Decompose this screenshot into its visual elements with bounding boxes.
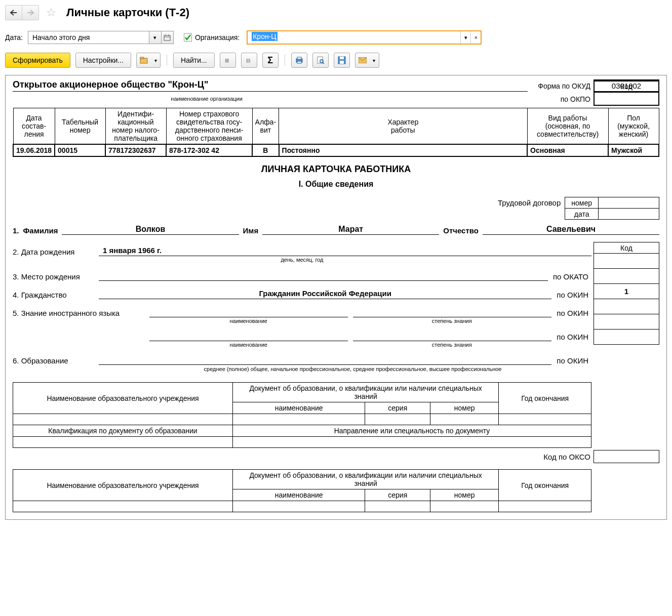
calendar-button[interactable] (162, 31, 174, 44)
arrow-left-icon (10, 10, 18, 16)
date-label: Дата: (5, 33, 23, 42)
date-dropdown-button[interactable]: ▾ (149, 31, 162, 44)
sum-button[interactable]: Σ (262, 53, 279, 68)
arrow-right-icon (26, 10, 34, 16)
preview-button[interactable] (312, 53, 329, 68)
education-table-1: Наименование образовательного учреждения… (13, 382, 591, 448)
svg-rect-9 (297, 57, 301, 59)
okso-label: Код по ОКСО (543, 453, 590, 461)
okpo-label: по ОКПО (561, 95, 590, 103)
svg-rect-0 (164, 35, 170, 40)
okpo-value (594, 93, 659, 106)
svg-line-13 (323, 62, 324, 64)
employee-header-table: Датасостав-ления Табельныйномер Идентифи… (13, 108, 659, 157)
col-sex: Пол(мужской,женский) (608, 108, 659, 145)
forward-button[interactable] (22, 5, 39, 20)
col-snils: Номер страховогосвидетельства госу-дарст… (166, 108, 252, 145)
svg-rect-10 (297, 61, 301, 63)
expand-icon: ⊞ (224, 56, 232, 64)
svg-rect-15 (340, 57, 344, 59)
print-button[interactable] (291, 53, 307, 68)
citizenship: Гражданин Российской Федерации (99, 289, 551, 299)
contract-label: Трудовой договор (498, 197, 561, 209)
magnify-icon (317, 56, 325, 64)
date-input[interactable] (28, 31, 149, 44)
svg-text:⊞: ⊞ (225, 58, 229, 63)
org-clear-button[interactable]: × (470, 31, 481, 44)
org-full-name: Открытое акционерное общество "Крон-Ц" (13, 79, 528, 92)
expand-groups-button[interactable]: ⊞ (220, 53, 236, 68)
floppy-icon (338, 56, 346, 64)
org-input[interactable]: Крон-Ц (248, 31, 460, 44)
citizenship-code: 1 (594, 284, 659, 299)
org-label: Организация: (195, 33, 240, 42)
section-title: I. Общие сведения (13, 180, 659, 189)
back-button[interactable] (5, 5, 22, 20)
find-button[interactable]: Найти... (173, 53, 215, 68)
code-column: Код 1 (594, 242, 659, 345)
patronymic: Савельевич (483, 225, 659, 235)
employee-row: 19.06.2018 00015 778172302637 878-172-30… (13, 144, 659, 156)
collapse-icon: ⊟ (245, 56, 253, 64)
col-inn: Идентифи-кационныйномер налого-плательщи… (105, 108, 166, 145)
education-table-2: Наименование образовательного учреждения… (13, 469, 591, 512)
surname: Волков (62, 225, 239, 235)
report-document: Открытое акционерное общество "Крон-Ц" Ф… (5, 75, 667, 520)
card-title: ЛИЧНАЯ КАРТОЧКА РАБОТНИКА (13, 164, 659, 175)
okud-value: 0301002 (594, 79, 659, 93)
org-sub: наименование организации (13, 96, 401, 102)
save-button[interactable] (334, 53, 350, 68)
col-tabnum: Табельныйномер (55, 108, 105, 145)
okato-code (594, 269, 659, 284)
birth-date: 1 января 1966 г. (99, 246, 591, 256)
generate-button[interactable]: Сформировать (5, 53, 70, 68)
svg-rect-16 (340, 61, 344, 64)
email-button[interactable]: ▾ (355, 53, 379, 68)
collapse-groups-button[interactable]: ⊟ (241, 53, 257, 68)
birthplace (99, 271, 548, 281)
favorite-star-icon[interactable]: ☆ (46, 6, 56, 19)
svg-text:⊟: ⊟ (246, 58, 250, 63)
check-icon (184, 34, 191, 41)
col-alpha: Алфа-вит (252, 108, 279, 145)
calendar-icon (164, 34, 171, 41)
svg-rect-5 (140, 57, 144, 59)
col-date: Датасостав-ления (13, 108, 55, 145)
mail-icon (359, 57, 367, 63)
okso-value (594, 450, 659, 463)
col-workchar: Характерработы (279, 108, 527, 145)
settings-button[interactable]: Настройки... (75, 53, 131, 68)
sigma-icon: Σ (267, 55, 273, 66)
col-worktype: Вид работы(основная, посовместительству) (527, 108, 608, 145)
contract-table: номер дата (565, 197, 659, 220)
org-checkbox[interactable] (184, 33, 192, 42)
page-title: Личные карточки (Т-2) (66, 6, 189, 19)
print-icon (295, 56, 303, 64)
firstname: Марат (262, 225, 439, 235)
load-settings-button[interactable]: ▾ (136, 53, 161, 68)
org-dropdown-button[interactable]: ▾ (460, 31, 470, 44)
folder-icon (140, 56, 148, 64)
